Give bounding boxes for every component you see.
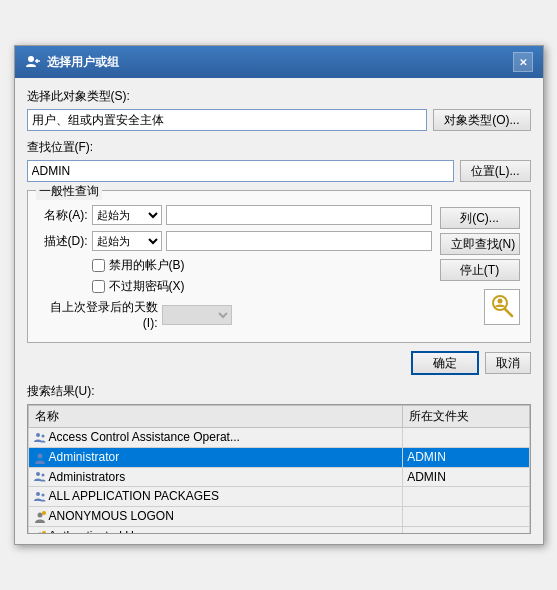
query-right-panel: 列(C)... 立即查找(N) 停止(T) — [440, 205, 520, 334]
svg-point-8 — [41, 474, 44, 477]
ok-button[interactable]: 确定 — [411, 351, 479, 375]
cell-name: Administrators — [28, 467, 403, 487]
svg-point-2 — [497, 299, 502, 304]
find-now-button[interactable]: 立即查找(N) — [440, 233, 520, 255]
results-table: 名称 所在文件夹 Access Control Assistance Opera… — [28, 405, 530, 534]
table-row[interactable]: Authenticated Users — [28, 527, 529, 534]
svg-point-11 — [37, 513, 42, 518]
cell-folder — [403, 507, 529, 527]
svg-point-9 — [36, 492, 40, 496]
cell-folder — [403, 527, 529, 534]
confirm-row: 确定 取消 — [27, 351, 531, 375]
svg-point-14 — [42, 531, 46, 534]
desc-query-row: 描述(D): 起始为 — [38, 231, 432, 251]
svg-line-3 — [505, 309, 512, 316]
name-query-label: 名称(A): — [38, 207, 88, 224]
table-row[interactable]: Access Control Assistance Operat... — [28, 428, 529, 448]
object-type-input[interactable] — [27, 109, 428, 131]
search-results-label: 搜索结果(U): — [27, 383, 531, 400]
search-icon — [488, 293, 516, 321]
days-select[interactable] — [162, 305, 232, 325]
name-query-input[interactable] — [166, 205, 432, 225]
svg-point-6 — [37, 453, 42, 458]
col-button[interactable]: 列(C)... — [440, 207, 520, 229]
svg-point-5 — [41, 434, 44, 437]
title-controls: ✕ — [513, 52, 533, 72]
search-icon-box — [484, 289, 520, 325]
col-folder-header: 所在文件夹 — [403, 406, 529, 428]
location-row: 位置(L)... — [27, 160, 531, 182]
title-bar: 选择用户或组 ✕ — [15, 46, 543, 78]
location-button[interactable]: 位置(L)... — [460, 160, 531, 182]
table-row[interactable]: ALL APPLICATION PACKAGES — [28, 487, 529, 507]
no-expire-label: 不过期密码(X) — [109, 278, 185, 295]
general-query-title: 一般性查询 — [36, 183, 102, 200]
close-button[interactable]: ✕ — [513, 52, 533, 72]
desc-query-select[interactable]: 起始为 — [92, 231, 162, 251]
desc-query-input[interactable] — [166, 231, 432, 251]
disabled-label: 禁用的帐户(B) — [109, 257, 185, 274]
svg-point-7 — [36, 472, 40, 476]
title-text: 选择用户或组 — [47, 54, 119, 71]
cell-name: Authenticated Users — [28, 527, 403, 534]
svg-point-4 — [36, 433, 40, 437]
disabled-checkbox-row: 禁用的帐户(B) — [92, 257, 432, 274]
no-expire-checkbox-row: 不过期密码(X) — [92, 278, 432, 295]
table-row[interactable]: AdministratorADMIN — [28, 447, 529, 467]
cell-folder — [403, 487, 529, 507]
location-input[interactable] — [27, 160, 454, 182]
object-type-row: 对象类型(O)... — [27, 109, 531, 131]
days-label: 自上次登录后的天数(I): — [38, 299, 158, 330]
table-row[interactable]: ANONYMOUS LOGON — [28, 507, 529, 527]
dialog-icon — [25, 54, 41, 70]
dialog-body: 选择此对象类型(S): 对象类型(O)... 查找位置(F): 位置(L)...… — [15, 78, 543, 544]
object-type-label: 选择此对象类型(S): — [27, 88, 531, 105]
location-label: 查找位置(F): — [27, 139, 531, 156]
cell-folder: ADMIN — [403, 467, 529, 487]
disabled-checkbox[interactable] — [92, 259, 105, 272]
cell-name: Administrator — [28, 447, 403, 467]
table-row[interactable]: AdministratorsADMIN — [28, 467, 529, 487]
name-query-select[interactable]: 起始为 — [92, 205, 162, 225]
svg-point-13 — [37, 532, 42, 534]
cell-name: ALL APPLICATION PACKAGES — [28, 487, 403, 507]
object-type-button[interactable]: 对象类型(O)... — [433, 109, 530, 131]
results-container[interactable]: 名称 所在文件夹 Access Control Assistance Opera… — [27, 404, 531, 534]
cell-name: ANONYMOUS LOGON — [28, 507, 403, 527]
svg-point-0 — [28, 56, 34, 62]
svg-point-10 — [41, 494, 44, 497]
cell-name: Access Control Assistance Operat... — [28, 428, 403, 448]
cell-folder: ADMIN — [403, 447, 529, 467]
general-query-section: 一般性查询 名称(A): 起始为 描述 — [27, 190, 531, 343]
no-expire-checkbox[interactable] — [92, 280, 105, 293]
cell-folder — [403, 428, 529, 448]
col-name-header: 名称 — [28, 406, 403, 428]
stop-button[interactable]: 停止(T) — [440, 259, 520, 281]
desc-query-label: 描述(D): — [38, 233, 88, 250]
select-user-dialog: 选择用户或组 ✕ 选择此对象类型(S): 对象类型(O)... 查找位置(F):… — [14, 45, 544, 545]
cancel-button[interactable]: 取消 — [485, 352, 531, 374]
svg-point-12 — [42, 511, 46, 515]
days-row: 自上次登录后的天数(I): — [38, 299, 432, 330]
name-query-row: 名称(A): 起始为 — [38, 205, 432, 225]
